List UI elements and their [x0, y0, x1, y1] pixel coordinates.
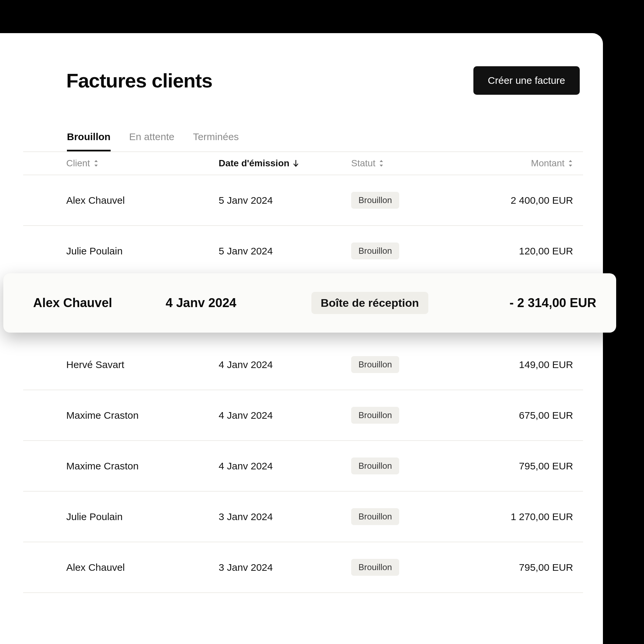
page-title: Factures clients: [66, 69, 212, 92]
highlighted-amount: - 2 314,00 EUR: [444, 296, 596, 310]
cell-amount: 795,00 EUR: [460, 460, 583, 472]
highlighted-invoice-card[interactable]: Alex Chauvel 4 Janv 2024 Boîte de récept…: [3, 273, 616, 333]
cell-date: 4 Janv 2024: [219, 359, 351, 370]
app-window: Factures clients Créer une facture Broui…: [0, 33, 603, 644]
cell-amount: 2 400,00 EUR: [460, 195, 583, 206]
sort-arrows-icon: [568, 160, 573, 167]
column-header-date[interactable]: Date d'émission: [219, 158, 351, 169]
cell-amount: 795,00 EUR: [460, 562, 583, 573]
table-row[interactable]: Julie Poulain3 Janv 2024Brouillon1 270,0…: [23, 492, 583, 542]
sort-arrows-icon: [93, 160, 99, 167]
highlighted-client: Alex Chauvel: [33, 296, 166, 310]
cell-client: Maxime Craston: [66, 410, 219, 421]
cell-status: Brouillon: [351, 559, 460, 576]
cell-status: Brouillon: [351, 457, 460, 474]
column-header-amount-label: Montant: [531, 158, 564, 169]
cell-date: 5 Janv 2024: [219, 195, 351, 206]
cell-status: Brouillon: [351, 407, 460, 424]
cell-date: 3 Janv 2024: [219, 511, 351, 522]
cell-amount: 120,00 EUR: [460, 245, 583, 257]
arrow-down-icon: [293, 160, 299, 167]
cell-status: Brouillon: [351, 242, 460, 259]
status-badge: Brouillon: [351, 192, 399, 209]
status-badge: Brouillon: [351, 356, 399, 373]
table-row[interactable]: Julie Poulain5 Janv 2024Brouillon120,00 …: [23, 226, 583, 277]
cell-client: Alex Chauvel: [66, 562, 219, 573]
tab-brouillon[interactable]: Brouillon: [67, 131, 111, 151]
create-invoice-button[interactable]: Créer une facture: [473, 66, 580, 95]
table-row[interactable]: Maxime Craston4 Janv 2024Brouillon675,00…: [23, 390, 583, 441]
cell-status: Brouillon: [351, 356, 460, 373]
cell-date: 4 Janv 2024: [219, 460, 351, 472]
page-header: Factures clients Créer une facture: [66, 66, 580, 95]
table-row[interactable]: Maxime Craston4 Janv 2024Brouillon795,00…: [23, 441, 583, 492]
column-header-client-label: Client: [66, 158, 90, 169]
cell-amount: 675,00 EUR: [460, 410, 583, 421]
cell-client: Alex Chauvel: [66, 195, 219, 206]
column-header-date-label: Date d'émission: [219, 158, 290, 169]
table-row[interactable]: Alex Chauvel5 Janv 2024Brouillon2 400,00…: [23, 175, 583, 226]
cell-status: Brouillon: [351, 508, 460, 525]
table-row[interactable]: Alex Chauvel3 Janv 2024Brouillon795,00 E…: [23, 542, 583, 593]
column-header-client[interactable]: Client: [66, 158, 219, 169]
status-badge: Brouillon: [351, 407, 399, 424]
column-header-status-label: Statut: [351, 158, 375, 169]
status-badge: Brouillon: [351, 508, 399, 525]
invoice-table: Client Date d'émission Statut Montant: [23, 151, 583, 593]
table-body: Alex Chauvel5 Janv 2024Brouillon2 400,00…: [23, 175, 583, 593]
column-header-amount[interactable]: Montant: [460, 158, 583, 169]
highlighted-date: 4 Janv 2024: [166, 296, 311, 310]
highlighted-status-badge: Boîte de réception: [311, 292, 428, 314]
cell-client: Maxime Craston: [66, 460, 219, 472]
highlighted-status-wrap: Boîte de réception: [311, 292, 444, 314]
sort-arrows-icon: [379, 160, 384, 167]
cell-status: Brouillon: [351, 192, 460, 209]
cell-date: 3 Janv 2024: [219, 562, 351, 573]
tab-terminées[interactable]: Terminées: [193, 131, 239, 151]
cell-amount: 149,00 EUR: [460, 359, 583, 370]
table-header-row: Client Date d'émission Statut Montant: [23, 151, 583, 175]
tab-en-attente[interactable]: En attente: [129, 131, 175, 151]
status-badge: Brouillon: [351, 559, 399, 576]
cell-date: 5 Janv 2024: [219, 245, 351, 257]
table-row[interactable]: Hervé Savart4 Janv 2024Brouillon149,00 E…: [23, 340, 583, 390]
cell-client: Hervé Savart: [66, 359, 219, 370]
status-badge: Brouillon: [351, 242, 399, 259]
cell-amount: 1 270,00 EUR: [460, 511, 583, 522]
cell-client: Julie Poulain: [66, 511, 219, 522]
status-badge: Brouillon: [351, 457, 399, 474]
cell-client: Julie Poulain: [66, 245, 219, 257]
cell-date: 4 Janv 2024: [219, 410, 351, 421]
column-header-status[interactable]: Statut: [351, 158, 460, 169]
tabs-bar: BrouillonEn attenteTerminées: [67, 131, 580, 151]
